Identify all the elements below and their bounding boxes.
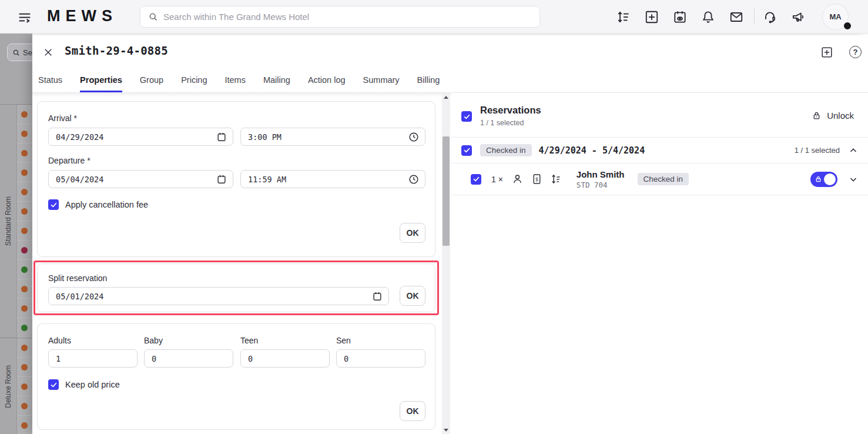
global-search-input[interactable] — [163, 12, 532, 22]
tab-mailing[interactable]: Mailing — [263, 72, 290, 92]
scrollbar-thumb[interactable] — [443, 136, 450, 246]
sen-field[interactable] — [336, 349, 425, 368]
timeline: Standard RoomDeluxe Room — [0, 104, 32, 434]
support-headset-icon[interactable] — [760, 8, 779, 26]
reservation-modal: Smith-29-4-0885 ? Status Properties Grou… — [32, 35, 868, 434]
clock-icon[interactable] — [408, 173, 420, 185]
arrival-time-input[interactable] — [241, 132, 425, 142]
tab-status[interactable]: Status — [38, 72, 62, 92]
timeline-room-row — [17, 124, 32, 143]
calendar-view-icon[interactable] — [671, 8, 689, 26]
arrival-date-field[interactable] — [48, 128, 233, 146]
tab-properties[interactable]: Properties — [80, 72, 122, 92]
global-search[interactable] — [140, 6, 540, 28]
reservation-row[interactable]: 1 × $ — [451, 163, 868, 195]
group-selected-count: 1 / 1 selected — [795, 146, 840, 155]
departure-date-input[interactable] — [49, 175, 233, 184]
teen-field[interactable] — [240, 349, 330, 368]
vertical-scrollbar[interactable] — [442, 93, 450, 434]
baby-field[interactable] — [144, 349, 233, 368]
occupancy-ok-button[interactable]: OK — [400, 401, 425, 421]
lock-toggle[interactable] — [810, 172, 837, 187]
invoice-icon[interactable]: $ — [531, 173, 543, 185]
messages-mail-icon[interactable] — [727, 8, 746, 26]
timeline-room-row — [17, 279, 32, 299]
reservation-dot — [21, 345, 28, 351]
room-code: STD 704 — [577, 181, 625, 189]
room-group-label: Deluxe Room — [0, 338, 16, 434]
unlock-button[interactable]: Unlock — [812, 111, 854, 121]
tab-items[interactable]: Items — [224, 72, 245, 92]
reservation-checkbox[interactable] — [471, 174, 481, 185]
group-checkbox[interactable] — [461, 145, 472, 156]
calendar-icon[interactable] — [216, 173, 227, 185]
reservations-panel: Reservations 1 / 1 selected Unlock C — [451, 93, 868, 434]
tab-pricing[interactable]: Pricing — [181, 72, 207, 92]
sort-items-icon[interactable] — [550, 173, 562, 185]
timeline-room-row — [17, 105, 32, 124]
reservation-dot — [21, 383, 28, 390]
tab-summary[interactable]: Summary — [363, 72, 400, 92]
reservation-dot — [21, 131, 28, 137]
adults-label: Adults — [48, 336, 71, 345]
avatar-initials: MA — [829, 12, 841, 21]
checkbox-checked-icon — [48, 199, 59, 210]
reservation-dot — [21, 150, 28, 156]
arrival-date-input[interactable] — [49, 132, 233, 142]
scroll-up-arrow[interactable] — [442, 93, 450, 101]
help-icon[interactable]: ? — [849, 46, 862, 58]
sort-list-icon[interactable] — [614, 8, 633, 26]
split-date-field[interactable] — [48, 287, 389, 305]
sen-input[interactable] — [337, 354, 425, 363]
announcements-megaphone-icon[interactable] — [789, 8, 807, 26]
person-icon[interactable] — [511, 173, 524, 185]
close-icon[interactable] — [41, 45, 55, 59]
calendar-icon[interactable] — [216, 131, 227, 143]
split-ok-button[interactable]: OK — [400, 286, 425, 306]
unlock-label: Unlock — [827, 111, 854, 121]
chevron-down-icon[interactable] — [848, 174, 859, 185]
checkbox-checked-icon — [461, 111, 472, 122]
topbar: MEWS — [0, 0, 868, 34]
scroll-down-arrow[interactable] — [442, 426, 450, 434]
departure-time-input[interactable] — [241, 175, 425, 184]
create-new-icon[interactable] — [642, 8, 661, 26]
reservation-title: Smith-29-4-0885 — [65, 44, 168, 57]
dates-ok-button[interactable]: OK — [400, 223, 425, 243]
notifications-bell-icon[interactable] — [699, 8, 718, 26]
sen-label: Sen — [336, 336, 351, 345]
group-dates: 4/29/2024 - 5/4/2024 — [539, 145, 645, 156]
tab-action-log[interactable]: Action log — [308, 72, 346, 92]
adults-field[interactable] — [48, 349, 138, 368]
calendar-icon[interactable] — [371, 291, 383, 302]
teen-input[interactable] — [241, 354, 329, 363]
checkbox-checked-icon — [48, 379, 59, 390]
teen-label: Teen — [240, 336, 258, 345]
mews-logo[interactable]: MEWS — [47, 7, 118, 25]
split-date-input[interactable] — [49, 292, 388, 301]
keep-old-price-checkbox[interactable]: Keep old price — [48, 379, 120, 390]
departure-date-field[interactable] — [48, 170, 233, 188]
reservation-dot — [21, 247, 28, 253]
adults-input[interactable] — [49, 354, 137, 363]
tab-billing[interactable]: Billing — [417, 72, 440, 92]
arrival-time-field[interactable] — [240, 128, 425, 146]
lock-icon — [815, 175, 822, 183]
timeline-search[interactable]: Se — [7, 44, 32, 61]
clock-icon[interactable] — [408, 131, 420, 143]
timeline-room-row — [17, 221, 32, 241]
reservation-group-row[interactable]: Checked in 4/29/2024 - 5/4/2024 1 / 1 se… — [451, 138, 868, 163]
timeline-room-row — [17, 396, 32, 416]
group-status-badge: Checked in — [480, 144, 532, 156]
chevron-up-icon[interactable] — [848, 145, 859, 156]
departure-time-field[interactable] — [240, 170, 425, 188]
timeline-group: Deluxe Room — [0, 338, 32, 434]
reservations-select-all-checkbox[interactable] — [461, 111, 472, 122]
tab-group[interactable]: Group — [140, 72, 163, 92]
baby-input[interactable] — [145, 354, 233, 363]
menu-icon[interactable] — [16, 9, 33, 25]
timeline-room-row — [17, 338, 32, 358]
add-window-icon[interactable] — [820, 45, 834, 59]
apply-cancellation-fee-checkbox[interactable]: Apply cancellation fee — [48, 199, 148, 210]
timeline-room-row — [17, 241, 32, 260]
